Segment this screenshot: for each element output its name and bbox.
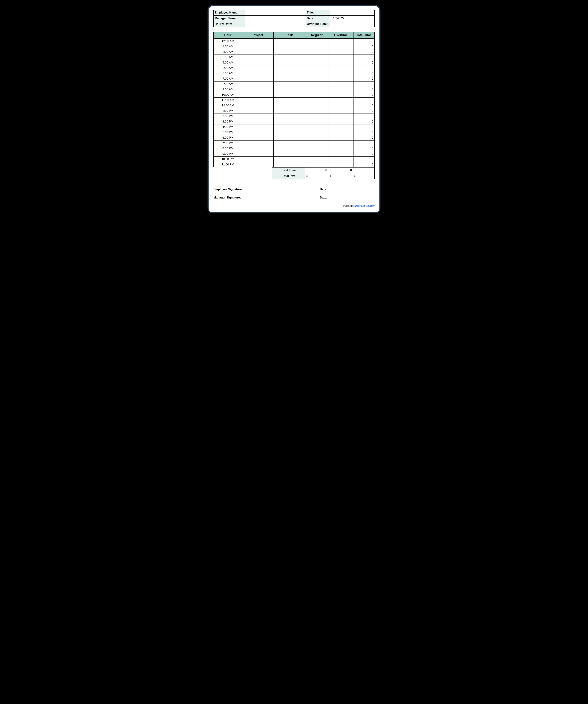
cell-overtime[interactable] (328, 92, 353, 98)
cell-overtime[interactable] (328, 119, 353, 124)
cell-regular[interactable] (305, 114, 328, 119)
cell-overtime[interactable] (328, 162, 353, 167)
cell-project[interactable] (242, 44, 274, 49)
overtime-rate-value[interactable] (330, 21, 375, 27)
cell-overtime[interactable] (328, 157, 353, 162)
employee-date-line[interactable] (328, 188, 375, 191)
cell-project[interactable] (242, 103, 274, 108)
cell-regular[interactable] (305, 98, 328, 103)
cell-regular[interactable] (305, 130, 328, 135)
manager-signature-line[interactable] (242, 196, 306, 199)
cell-overtime[interactable] (328, 98, 353, 103)
cell-regular[interactable] (305, 108, 328, 114)
cell-overtime[interactable] (328, 76, 353, 81)
cell-regular[interactable] (305, 76, 328, 81)
cell-overtime[interactable] (328, 65, 353, 71)
cell-task[interactable] (274, 124, 305, 130)
cell-regular[interactable] (305, 135, 328, 140)
cell-project[interactable] (242, 157, 274, 162)
cell-task[interactable] (274, 92, 305, 98)
cell-task[interactable] (274, 76, 305, 81)
cell-task[interactable] (274, 87, 305, 92)
manager-name-value[interactable] (245, 15, 306, 21)
cell-task[interactable] (274, 135, 305, 140)
cell-overtime[interactable] (328, 55, 353, 60)
cell-project[interactable] (242, 124, 274, 130)
cell-task[interactable] (274, 71, 305, 76)
cell-overtime[interactable] (328, 130, 353, 135)
cell-project[interactable] (242, 55, 274, 60)
cell-regular[interactable] (305, 55, 328, 60)
cell-project[interactable] (242, 81, 274, 87)
cell-regular[interactable] (305, 71, 328, 76)
cell-task[interactable] (274, 151, 305, 157)
cell-overtime[interactable] (328, 146, 353, 151)
cell-project[interactable] (242, 65, 274, 71)
cell-project[interactable] (242, 162, 274, 167)
cell-project[interactable] (242, 71, 274, 76)
cell-task[interactable] (274, 130, 305, 135)
cell-project[interactable] (242, 108, 274, 114)
cell-regular[interactable] (305, 157, 328, 162)
cell-overtime[interactable] (328, 108, 353, 114)
cell-project[interactable] (242, 146, 274, 151)
date-value[interactable]: 11/2/2022 (330, 15, 375, 21)
cell-overtime[interactable] (328, 87, 353, 92)
cell-task[interactable] (274, 119, 305, 124)
cell-project[interactable] (242, 76, 274, 81)
cell-task[interactable] (274, 162, 305, 167)
cell-project[interactable] (242, 140, 274, 146)
cell-overtime[interactable] (328, 135, 353, 140)
cell-task[interactable] (274, 103, 305, 108)
cell-regular[interactable] (305, 146, 328, 151)
cell-project[interactable] (242, 135, 274, 140)
cell-task[interactable] (274, 157, 305, 162)
cell-overtime[interactable] (328, 81, 353, 87)
cell-task[interactable] (274, 49, 305, 55)
cell-overtime[interactable] (328, 140, 353, 146)
cell-task[interactable] (274, 44, 305, 49)
cell-project[interactable] (242, 151, 274, 157)
hourly-rate-value[interactable] (245, 21, 306, 27)
cell-regular[interactable] (305, 103, 328, 108)
cell-overtime[interactable] (328, 103, 353, 108)
cell-overtime[interactable] (328, 49, 353, 55)
cell-regular[interactable] (305, 140, 328, 146)
cell-task[interactable] (274, 140, 305, 146)
cell-task[interactable] (274, 81, 305, 87)
cell-project[interactable] (242, 114, 274, 119)
cell-project[interactable] (242, 49, 274, 55)
cell-overtime[interactable] (328, 39, 353, 44)
cell-overtime[interactable] (328, 71, 353, 76)
cell-regular[interactable] (305, 92, 328, 98)
cell-task[interactable] (274, 98, 305, 103)
cell-project[interactable] (242, 60, 274, 65)
powered-by-link[interactable]: https://apploye.com/ (354, 204, 375, 207)
cell-regular[interactable] (305, 151, 328, 157)
cell-overtime[interactable] (328, 124, 353, 130)
cell-overtime[interactable] (328, 151, 353, 157)
title-value[interactable] (330, 10, 375, 15)
cell-overtime[interactable] (328, 60, 353, 65)
cell-regular[interactable] (305, 162, 328, 167)
cell-regular[interactable] (305, 124, 328, 130)
cell-project[interactable] (242, 87, 274, 92)
employee-signature-line[interactable] (243, 188, 307, 191)
cell-regular[interactable] (305, 44, 328, 49)
cell-regular[interactable] (305, 81, 328, 87)
cell-project[interactable] (242, 92, 274, 98)
cell-regular[interactable] (305, 60, 328, 65)
employee-name-value[interactable] (245, 10, 306, 15)
cell-regular[interactable] (305, 39, 328, 44)
cell-regular[interactable] (305, 49, 328, 55)
cell-project[interactable] (242, 119, 274, 124)
cell-project[interactable] (242, 130, 274, 135)
cell-project[interactable] (242, 98, 274, 103)
cell-task[interactable] (274, 146, 305, 151)
cell-task[interactable] (274, 39, 305, 44)
cell-overtime[interactable] (328, 114, 353, 119)
manager-date-line[interactable] (328, 196, 375, 199)
cell-project[interactable] (242, 39, 274, 44)
cell-task[interactable] (274, 55, 305, 60)
cell-task[interactable] (274, 108, 305, 114)
